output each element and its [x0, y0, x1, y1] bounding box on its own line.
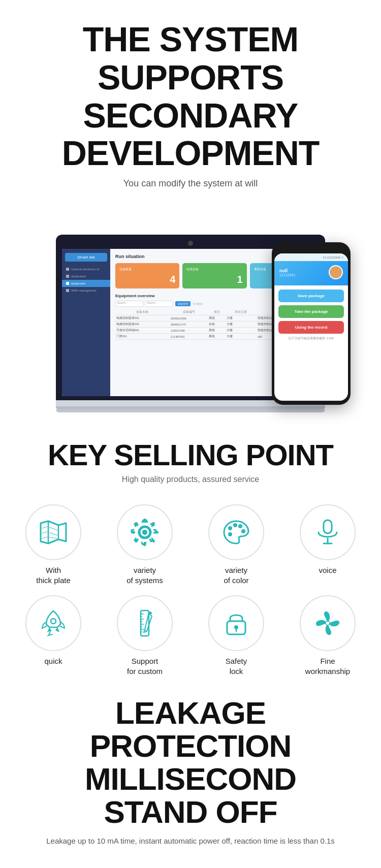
- icon-label-fan: Fineworkmanship: [305, 656, 350, 676]
- hero-title-line3: SECONDARY: [83, 96, 298, 135]
- icon-label-palette: varietyof color: [224, 565, 248, 585]
- phone-user-info: null 11122342: [279, 268, 295, 277]
- svg-rect-7: [144, 542, 146, 546]
- leakage-title-line1: LEAKAGE PROTECTION: [90, 695, 291, 763]
- phone-mockup: 11:11222342 ✓ null 11122342 Save package…: [272, 242, 351, 405]
- phone-btn-take[interactable]: Take the package: [278, 305, 344, 318]
- screen-nav-dot3: [66, 282, 69, 285]
- lock-icon: [221, 608, 251, 638]
- phone-body: Save package Take the package Using the …: [274, 285, 348, 344]
- icon-item-ruler: Supportfor custom: [102, 595, 188, 676]
- phone-user-row: null 11122342: [279, 265, 343, 279]
- phone-btn-save[interactable]: Save package: [278, 290, 344, 302]
- screen-nav-sms: SMS management: [62, 287, 110, 294]
- icon-label-map: Withthick plate: [36, 565, 71, 585]
- screen-card-green: 在线设备 1: [182, 263, 246, 288]
- hero-section: THE SYSTEM SUPPORTS SECONDARY DEVELOPMEN…: [0, 0, 381, 209]
- icon-circle-palette: [208, 504, 264, 560]
- hero-title-line4: DEVELOPMENT: [62, 134, 320, 172]
- icon-circle-lock: [208, 595, 264, 651]
- screen-sidebar: Smart ark General situations of Applicat…: [62, 249, 110, 396]
- selling-section: KEY SELLING POINT High quality products,…: [0, 423, 381, 504]
- laptop-foot: [56, 409, 325, 412]
- icon-circle-mic: [300, 504, 356, 560]
- svg-point-16: [241, 529, 245, 533]
- svg-rect-9: [131, 531, 135, 534]
- svg-rect-5: [154, 531, 158, 534]
- screen-search-box: Search...: [115, 301, 143, 307]
- svg-point-21: [51, 619, 56, 624]
- icon-circle-rocket: [25, 595, 81, 651]
- phone-avatar: [329, 265, 343, 279]
- phone-footer-text: 以下为您可能还需要的服务, 0.00¥: [278, 337, 344, 340]
- svg-point-15: [238, 524, 242, 528]
- device-area: Smart ark General situations of Applicat…: [0, 209, 381, 423]
- hero-title: THE SYSTEM SUPPORTS SECONDARY DEVELOPMEN…: [30, 20, 351, 172]
- gear-icon: [130, 517, 160, 548]
- icon-item-map: Withthick plate: [10, 504, 97, 585]
- phone-screen: 11:11222342 ✓ null 11122342 Save package…: [274, 253, 348, 401]
- svg-point-12: [142, 530, 147, 535]
- rocket-icon: [38, 608, 69, 638]
- hero-title-line2: SUPPORTS: [98, 58, 283, 97]
- screen-card-orange: 设备数量 4: [115, 263, 179, 288]
- selling-subtitle: High quality products, assured service: [15, 475, 366, 484]
- screen-nav-general: General situations of: [62, 266, 110, 273]
- phone-username: null: [279, 268, 295, 273]
- svg-point-13: [228, 526, 232, 530]
- icon-item-palette: varietyof color: [193, 504, 279, 585]
- screen-logo: Smart ark: [65, 253, 107, 262]
- svg-rect-3: [144, 519, 146, 523]
- screen-nav-dot: [66, 268, 69, 271]
- icon-label-gear: varietyof systems: [126, 565, 163, 585]
- laptop-webcam: [188, 241, 193, 246]
- screen-nav-dot4: [66, 289, 69, 292]
- phone-btn-using[interactable]: Using the record: [278, 321, 344, 334]
- phone-userid: 11122342: [279, 273, 295, 277]
- phone-header: null 11122342: [274, 261, 348, 285]
- icon-label-rocket: quick: [44, 656, 62, 666]
- leakage-desc-text: Leakage up to 10 mA time, instant automa…: [46, 837, 335, 845]
- screen-manage-btn: 设备管理: [175, 301, 190, 306]
- icon-item-rocket: quick: [10, 595, 97, 676]
- phone-notch: [299, 246, 324, 251]
- phone-outer: 11:11222342 ✓ null 11122342 Save package…: [272, 242, 351, 405]
- icon-item-gear: varietyof systems: [102, 504, 188, 585]
- palette-icon: [221, 517, 251, 548]
- icon-circle-gear: [117, 504, 173, 560]
- svg-rect-18: [324, 520, 332, 533]
- screen-nav-application: Application: [62, 273, 110, 280]
- svg-point-35: [326, 621, 330, 625]
- icon-label-mic: voice: [319, 565, 336, 575]
- leakage-title: LEAKAGE PROTECTION MILLISECOND STAND OFF: [15, 696, 366, 828]
- icon-item-mic: voice: [284, 504, 371, 585]
- leakage-desc: Leakage up to 10 mA time, instant automa…: [15, 835, 366, 847]
- leakage-section: LEAKAGE PROTECTION MILLISECOND STAND OFF…: [0, 686, 381, 862]
- icon-label-lock: Safetylock: [226, 656, 247, 676]
- phone-status-bar: 11:11222342 ✓: [274, 253, 348, 261]
- icons-grid: Withthick plate: [0, 504, 381, 686]
- screen-search-box2: Search...: [145, 301, 173, 307]
- icon-circle-map: [25, 504, 81, 560]
- hero-title-line1: THE SYSTEM: [83, 20, 299, 58]
- selling-title: KEY SELLING POINT: [15, 438, 366, 472]
- hero-subtitle: You can modify the system at will: [30, 178, 351, 189]
- ruler-icon: [130, 608, 160, 638]
- mic-icon: [312, 517, 343, 548]
- map-icon: [38, 517, 69, 548]
- icon-circle-ruler: [117, 595, 173, 651]
- leakage-title-line3: STAND OFF: [104, 794, 277, 829]
- svg-point-14: [233, 523, 237, 527]
- svg-line-31: [145, 629, 147, 631]
- leakage-title-line2: MILLISECOND: [85, 761, 296, 796]
- screen-nav-dot2: [66, 275, 69, 278]
- icon-item-lock: Safetylock: [193, 595, 279, 676]
- fan-icon: [312, 608, 343, 638]
- svg-point-17: [228, 532, 232, 536]
- icon-item-fan: Fineworkmanship: [284, 595, 371, 676]
- icon-label-ruler: Supportfor custom: [127, 656, 163, 676]
- icon-circle-fan: [300, 595, 356, 651]
- screen-nav-equipment: equipment: [62, 280, 110, 287]
